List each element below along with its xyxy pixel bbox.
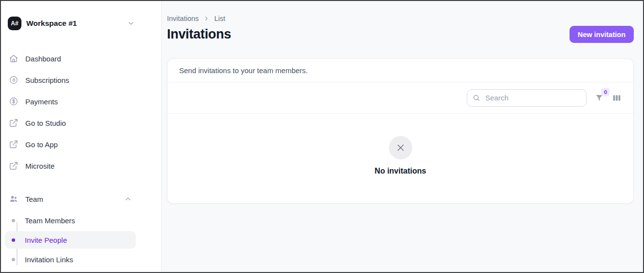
sidebar-item-label: Payments [25,98,58,106]
x-icon [395,142,406,153]
sidebar: A# Workspace #1 Dashboard Subscriptions … [1,1,162,272]
breadcrumb-item-invitations[interactable]: Invitations [167,15,199,22]
main-content: Invitations List Invitations New invitat… [162,1,643,272]
search-icon [473,94,480,102]
sidebar-item-team-members[interactable]: Team Members [5,212,136,229]
sidebar-item-go-to-app[interactable]: Go to App [5,134,136,155]
sidebar-item-label: Subscriptions [25,76,69,84]
card-description-text: Send invitations to your team members. [179,66,308,75]
breadcrumb: Invitations List [167,15,634,22]
team-sub-list: Team Members Invite People Invitation Li… [5,212,136,268]
workspace-logo-text: A# [11,20,18,27]
bullet-dot-icon [12,219,15,222]
workspace-switcher[interactable]: A# Workspace #1 [5,17,136,30]
dollar-circle-icon [9,97,18,106]
flame-circle-icon [9,75,18,85]
empty-state: No invitations [167,114,633,203]
sidebar-item-invite-people[interactable]: Invite People [5,231,136,249]
sidebar-item-label: Go to Studio [25,119,66,127]
chevron-right-icon [203,15,210,22]
sidebar-item-label: Invite People [25,236,67,244]
empty-state-circle [389,136,412,159]
empty-state-text: No invitations [375,167,426,176]
external-link-icon [9,139,18,149]
columns-icon [612,93,622,103]
external-link-icon [9,161,18,171]
sidebar-item-team[interactable]: Team [5,188,136,210]
bullet-dot-icon [12,258,15,261]
sidebar-item-invitation-links[interactable]: Invitation Links [5,251,136,268]
sidebar-item-go-to-studio[interactable]: Go to Studio [5,112,136,134]
sidebar-item-dashboard[interactable]: Dashboard [5,48,136,69]
filter-button[interactable]: 0 [595,94,604,102]
columns-button[interactable] [612,93,622,103]
users-icon [9,194,18,204]
sidebar-item-microsite[interactable]: Microsite [5,155,136,176]
workspace-name: Workspace #1 [26,19,77,28]
sidebar-item-payments[interactable]: Payments [5,91,136,112]
sidebar-item-subscriptions[interactable]: Subscriptions [5,69,136,91]
sidebar-item-label: Dashboard [25,55,61,63]
chevron-up-icon [124,195,132,203]
sidebar-item-label: Invitation Links [25,255,73,264]
bullet-dot-icon [12,238,15,242]
sidebar-item-label: Team Members [25,216,75,225]
page-header: Invitations New invitation [167,26,634,43]
new-invitation-button[interactable]: New invitation [570,26,634,43]
home-icon [9,54,18,63]
chevron-down-icon [127,20,135,27]
sidebar-nav: Dashboard Subscriptions Payments Go to S… [5,48,136,268]
sidebar-item-label: Microsite [25,162,55,170]
external-link-icon [9,118,18,128]
search-input[interactable] [467,89,587,107]
sidebar-item-label: Team [25,195,43,203]
page-title: Invitations [167,27,231,42]
card-description: Send invitations to your team members. [167,59,633,82]
table-toolbar: 0 [167,82,633,114]
search-box [467,89,587,107]
breadcrumb-item-list[interactable]: List [214,15,225,22]
filter-count-badge: 0 [601,88,610,97]
sidebar-item-label: Go to App [25,140,58,149]
invitations-card: Send invitations to your team members. 0… [167,58,634,204]
workspace-logo: A# [8,17,21,30]
